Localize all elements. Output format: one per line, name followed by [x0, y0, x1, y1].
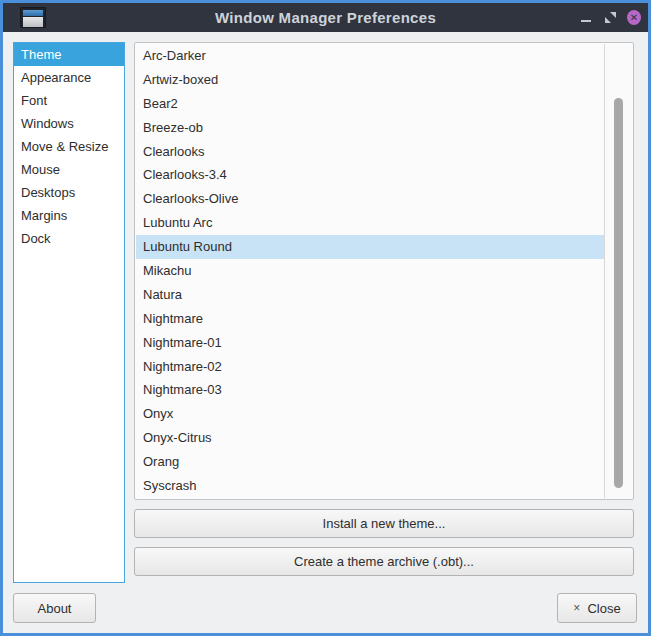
minimize-button[interactable]	[579, 11, 593, 25]
theme-item-clearlooks[interactable]: Clearlooks	[136, 140, 604, 164]
theme-item-lubuntu-arc[interactable]: Lubuntu Arc	[136, 211, 604, 235]
sidebar-item-desktops[interactable]: Desktops	[14, 181, 124, 204]
theme-item-syscrash[interactable]: Syscrash	[136, 474, 604, 498]
sidebar-item-dock[interactable]: Dock	[14, 227, 124, 250]
theme-item-clearlooks-3.4[interactable]: Clearlooks-3.4	[136, 163, 604, 187]
close-button-label: Close	[587, 601, 620, 616]
theme-item-arc-darker[interactable]: Arc-Darker	[136, 44, 604, 68]
theme-item-artwiz-boxed[interactable]: Artwiz-boxed	[136, 68, 604, 92]
theme-item-breeze-ob[interactable]: Breeze-ob	[136, 116, 604, 140]
minimize-icon	[581, 20, 591, 22]
titlebar[interactable]: Window Manager Preferences ✕	[3, 3, 648, 32]
sidebar-item-mouse[interactable]: Mouse	[14, 158, 124, 181]
sidebar-item-windows[interactable]: Windows	[14, 112, 124, 135]
theme-item-mikachu[interactable]: Mikachu	[136, 259, 604, 283]
scrollbar-thumb[interactable]	[614, 98, 623, 488]
close-button-x-icon: ×	[573, 601, 580, 615]
sidebar-item-appearance[interactable]: Appearance	[14, 66, 124, 89]
close-window-button[interactable]: ✕	[627, 11, 641, 25]
sidebar-item-move-resize[interactable]: Move & Resize	[14, 135, 124, 158]
install-theme-button[interactable]: Install a new theme...	[134, 509, 634, 538]
sidebar-items: ThemeAppearanceFontWindowsMove & ResizeM…	[14, 43, 124, 250]
titlebar-controls: ✕	[579, 3, 641, 32]
about-button[interactable]: About	[13, 593, 96, 623]
preferences-section-list: ThemeAppearanceFontWindowsMove & ResizeM…	[13, 42, 125, 583]
theme-item-onyx[interactable]: Onyx	[136, 402, 604, 426]
theme-list-scrollbar[interactable]	[604, 44, 632, 498]
sidebar-item-theme[interactable]: Theme	[14, 43, 124, 66]
window-manager-preferences-dialog: Window Manager Preferences ✕ ThemeAppear…	[0, 0, 651, 636]
theme-item-lubuntu-round[interactable]: Lubuntu Round	[136, 235, 604, 259]
theme-item-natura[interactable]: Natura	[136, 283, 604, 307]
theme-list: Arc-DarkerArtwiz-boxedBear2Breeze-obClea…	[134, 42, 634, 500]
theme-item-nightmare-02[interactable]: Nightmare-02	[136, 355, 604, 379]
sidebar-item-font[interactable]: Font	[14, 89, 124, 112]
theme-item-orang[interactable]: Orang	[136, 450, 604, 474]
theme-item-nightmare[interactable]: Nightmare	[136, 307, 604, 331]
theme-item-nightmare-01[interactable]: Nightmare-01	[136, 331, 604, 355]
close-window-icon: ✕	[627, 10, 641, 25]
window-title: Window Manager Preferences	[3, 9, 648, 26]
theme-item-bear2[interactable]: Bear2	[136, 92, 604, 116]
theme-item-clearlooks-olive[interactable]: Clearlooks-Olive	[136, 187, 604, 211]
maximize-button[interactable]	[603, 11, 617, 25]
theme-item-nightmare-03[interactable]: Nightmare-03	[136, 378, 604, 402]
create-theme-archive-button[interactable]: Create a theme archive (.obt)...	[134, 547, 634, 576]
restore-icon	[605, 12, 616, 23]
sidebar-item-margins[interactable]: Margins	[14, 204, 124, 227]
theme-items: Arc-DarkerArtwiz-boxedBear2Breeze-obClea…	[136, 44, 604, 498]
close-button[interactable]: × Close	[557, 593, 637, 623]
theme-item-onyx-citrus[interactable]: Onyx-Citrus	[136, 426, 604, 450]
